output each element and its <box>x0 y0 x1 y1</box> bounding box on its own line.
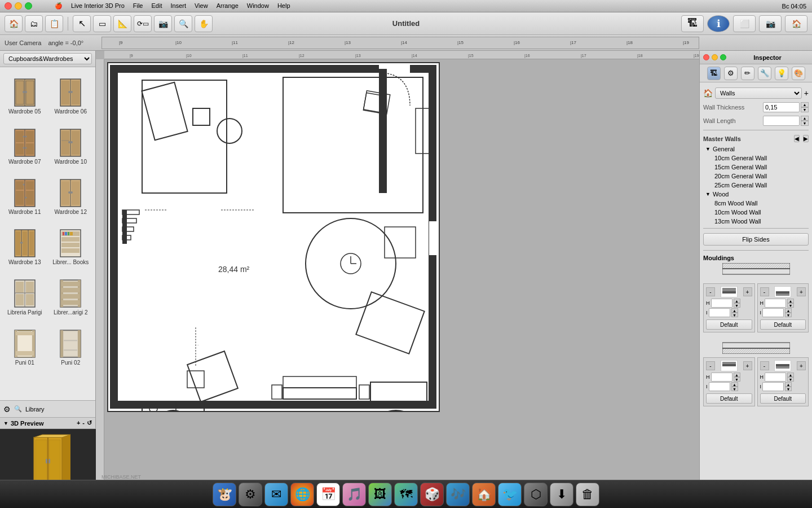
moulding-h-down-1[interactable]: ▼ <box>734 303 740 308</box>
dock-calendar[interactable]: 📅 <box>316 483 340 506</box>
menu-insert[interactable]: Insert <box>170 2 186 10</box>
toolbar-pan-button[interactable]: ✋ <box>195 15 213 32</box>
dock-photos[interactable]: 🖼 <box>368 483 392 506</box>
toolbar-floor-button[interactable]: 🗂 <box>25 15 43 32</box>
menu-edit[interactable]: Edit <box>152 2 162 10</box>
refresh-icon[interactable]: ↺ <box>87 419 92 427</box>
close-button[interactable] <box>5 2 12 10</box>
dock-trash[interactable]: 🗑 <box>576 483 599 506</box>
toolbar-camera-button[interactable]: 📷 <box>154 15 172 32</box>
moulding-h-down-2[interactable]: ▼ <box>787 303 794 308</box>
wall-option-25cm-general[interactable]: 25cm General Wall <box>703 181 809 190</box>
wall-length-input[interactable] <box>763 116 800 126</box>
minimize-button[interactable] <box>15 2 22 10</box>
dock-live-interior[interactable]: 🏠 <box>472 483 496 506</box>
moulding-h-up-2[interactable]: ▲ <box>787 299 794 303</box>
search-icon[interactable]: 🔍 <box>14 405 22 413</box>
category-dropdown[interactable]: Cupboards&Wardrobes <box>3 53 92 64</box>
dock-itunes[interactable]: 🎵 <box>342 483 366 506</box>
moulding-default-4[interactable]: Default <box>760 393 806 404</box>
moulding-plus-4[interactable]: + <box>797 361 806 370</box>
dock-vegas[interactable]: 🎲 <box>420 483 444 506</box>
catalog-item-wardrobe12[interactable]: Wardrobe 12 <box>48 170 94 219</box>
walls-dropdown[interactable]: Walls <box>715 87 802 99</box>
moulding-l-down-2[interactable]: ▼ <box>785 313 792 317</box>
moulding-h-up-1[interactable]: ▲ <box>734 299 740 303</box>
moulding-default-3[interactable]: Default <box>706 393 752 404</box>
dock-finder[interactable]: 🐮 <box>213 483 236 506</box>
catalog-item-libreria-books[interactable]: Librer... Books <box>48 220 94 269</box>
menu-app[interactable]: Live Interior 3D Pro <box>71 2 125 10</box>
moulding-h-input-2[interactable] <box>765 299 786 308</box>
moulding-minus-3[interactable]: - <box>706 361 715 370</box>
toolbar-house-button[interactable]: 🏠 <box>785 15 807 32</box>
moulding-l-down-1[interactable]: ▼ <box>731 313 738 317</box>
zoom-in-icon[interactable]: + <box>77 419 80 427</box>
catalog-item-puni01[interactable]: Puni 01 <box>2 321 47 370</box>
moulding-l-input-3[interactable] <box>709 382 730 391</box>
catalog-item-wardrobe07[interactable]: Wardrobe 07 <box>2 120 47 169</box>
inspector-tab-settings[interactable]: ⚙ <box>724 67 738 80</box>
moulding-l-up-2[interactable]: ▲ <box>785 308 792 313</box>
moulding-l-up-1[interactable]: ▲ <box>731 308 738 313</box>
inspector-tab-paint[interactable]: ✏ <box>741 67 754 80</box>
wall-option-8cm-wood[interactable]: 8cm Wood Wall <box>703 199 809 208</box>
toolbar-rotate-button[interactable]: ⟳▭ <box>134 15 152 32</box>
inspector-tab-tools[interactable]: 🔧 <box>758 67 771 80</box>
menu-arrange[interactable]: Arrange <box>217 2 239 10</box>
inspector-traffic-lights[interactable] <box>703 54 726 60</box>
moulding-l-down-3[interactable]: ▼ <box>731 387 738 391</box>
wall-option-10cm-wood[interactable]: 10cm Wood Wall <box>703 208 809 217</box>
moulding-l-up-4[interactable]: ▲ <box>785 382 792 387</box>
toolbar-home-button[interactable]: 🏠 <box>5 15 23 32</box>
catalog-item-puni02[interactable]: Puni 02 <box>48 321 94 370</box>
maximize-button[interactable] <box>25 2 32 10</box>
inspector-zoom[interactable] <box>720 54 726 60</box>
toolbar-wall-button[interactable]: 📐 <box>113 15 131 32</box>
moulding-minus-1[interactable]: - <box>706 287 715 296</box>
catalog-item-wardrobe06[interactable]: Wardrobe 06 <box>48 69 94 119</box>
zoom-out-icon[interactable]: - <box>82 419 85 427</box>
wall-option-10cm-general[interactable]: 10cm General Wall <box>703 154 809 163</box>
wall-thickness-down[interactable]: ▼ <box>801 107 809 112</box>
dock-unity[interactable]: ⬡ <box>524 483 548 506</box>
menu-window[interactable]: Window <box>247 2 269 10</box>
wall-option-15cm-general[interactable]: 15cm General Wall <box>703 163 809 172</box>
catalog-item-wardrobe10[interactable]: Wardrobe 10 <box>48 120 94 169</box>
moulding-h-up-4[interactable]: ▲ <box>787 373 794 377</box>
dock-twitter[interactable]: 🐦 <box>498 483 522 506</box>
wall-option-20cm-general[interactable]: 20cm General Wall <box>703 172 809 181</box>
gear-icon[interactable]: ⚙ <box>3 405 11 414</box>
moulding-default-1[interactable]: Default <box>706 319 752 330</box>
toolbar-select-button[interactable]: ↖ <box>73 15 91 32</box>
toolbar-3d-view-button[interactable]: 🏗 <box>681 15 704 32</box>
menu-view[interactable]: View <box>195 2 208 10</box>
flip-sides-button[interactable]: Flip Sides <box>703 233 809 246</box>
inspector-minimize[interactable] <box>712 54 718 60</box>
moulding-h-input-1[interactable] <box>711 299 732 308</box>
moulding-l-up-3[interactable]: ▲ <box>731 382 738 387</box>
moulding-h-input-4[interactable] <box>765 373 786 382</box>
general-section-toggle[interactable]: ▼ General <box>703 144 809 154</box>
menu-apple[interactable]: 🍎 <box>55 2 63 10</box>
traffic-lights[interactable] <box>0 2 32 10</box>
moulding-h-up-3[interactable]: ▲ <box>734 373 740 377</box>
dock-chrome[interactable]: 🌐 <box>290 483 314 506</box>
master-walls-next[interactable]: ▶ <box>803 135 809 142</box>
wood-section-toggle[interactable]: ▼ Wood <box>703 190 809 199</box>
toolbar-info-button[interactable]: ℹ <box>707 15 730 32</box>
preview-header[interactable]: ▼ 3D Preview + - ↺ <box>0 418 95 429</box>
dock-mail[interactable]: ✉ <box>264 483 288 506</box>
dock-download[interactable]: ⬇ <box>550 483 573 506</box>
moulding-l-input-2[interactable] <box>762 308 784 317</box>
toolbar-shape-button[interactable]: ▭ <box>93 15 111 32</box>
menu-file[interactable]: File <box>133 2 143 10</box>
menu-help[interactable]: Help <box>277 2 290 10</box>
canvas-area[interactable]: |16 |17 |18 |19 |20 |21 |22 |23 |24 |25 … <box>96 51 699 497</box>
floor-plan[interactable]: 28,44 m² . <box>107 62 440 412</box>
moulding-l-input-4[interactable] <box>762 382 784 391</box>
wall-length-up[interactable]: ▲ <box>801 116 809 121</box>
catalog-item-wardrobe13[interactable]: Wardrobe 13 <box>2 220 47 269</box>
moulding-h-input-3[interactable] <box>711 373 732 382</box>
moulding-minus-2[interactable]: - <box>760 287 769 296</box>
